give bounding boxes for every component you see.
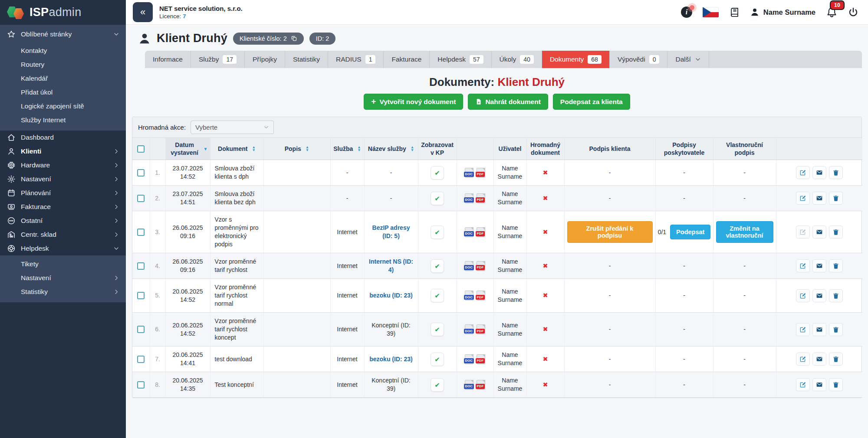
- sidebar-item-sluzby-internet[interactable]: Služby Internet: [0, 113, 126, 127]
- tab-fakturace[interactable]: Fakturace: [384, 51, 430, 68]
- pdf-file-icon[interactable]: PDF: [477, 380, 485, 390]
- pdf-file-icon[interactable]: PDF: [477, 193, 485, 203]
- doc-file-icon[interactable]: DOC: [465, 227, 473, 237]
- user-menu[interactable]: Name Surname: [750, 7, 815, 17]
- edit-document-button[interactable]: [796, 166, 810, 179]
- edit-document-button[interactable]: [796, 192, 810, 205]
- sidebar-item-hardware[interactable]: Hardware: [0, 158, 126, 172]
- sidebar-item-dashboard[interactable]: Dashboard: [0, 131, 126, 144]
- column-header-sluzba[interactable]: Služba▲▼: [330, 138, 364, 160]
- kp-check-button[interactable]: ✔: [431, 226, 444, 239]
- kp-check-button[interactable]: ✔: [431, 323, 444, 336]
- copy-icon[interactable]: [291, 35, 297, 42]
- delete-document-button[interactable]: [829, 353, 843, 366]
- sidebar-collapse-button[interactable]: «: [133, 2, 153, 22]
- sidebar-item-fakturace[interactable]: Fakturace: [0, 200, 126, 214]
- tab-sluzby[interactable]: Služby17: [191, 51, 245, 68]
- kp-check-button[interactable]: ✔: [431, 353, 444, 366]
- email-document-button[interactable]: [812, 323, 826, 336]
- sidebar-item-planovani[interactable]: Plánování: [0, 186, 126, 200]
- email-document-button[interactable]: [812, 192, 826, 205]
- select-all-checkbox[interactable]: [137, 145, 145, 153]
- column-header-nazev-sluzby[interactable]: Název služby▲▼: [364, 138, 418, 160]
- column-header-datum-vystaveni[interactable]: Datum vystavení▼: [165, 138, 210, 160]
- logout-power-icon[interactable]: [848, 7, 858, 17]
- email-document-button[interactable]: [812, 166, 826, 179]
- email-document-button[interactable]: [812, 378, 826, 391]
- row-checkbox[interactable]: [137, 229, 145, 236]
- sidebar-item-ostatni[interactable]: Ostatní: [0, 214, 126, 228]
- tab-statistiky[interactable]: Statistiky: [285, 51, 328, 68]
- email-document-button[interactable]: [812, 226, 826, 239]
- pdf-file-icon[interactable]: PDF: [477, 227, 485, 237]
- service-name-link[interactable]: bezoku (ID: 23): [369, 292, 413, 299]
- sidebar-item-kalendar[interactable]: Kalendář: [0, 72, 126, 85]
- edit-document-button[interactable]: [796, 259, 810, 272]
- tab-informace[interactable]: Informace: [145, 51, 191, 68]
- notifications-bell-icon[interactable]: 10: [826, 7, 838, 18]
- email-document-button[interactable]: [812, 259, 826, 272]
- delete-document-button[interactable]: [829, 166, 843, 179]
- doc-file-icon[interactable]: DOC: [465, 354, 473, 364]
- edit-document-button[interactable]: [796, 323, 810, 336]
- delete-document-button[interactable]: [829, 323, 843, 336]
- kp-check-button[interactable]: ✔: [431, 259, 444, 273]
- sidebar-section-favorites[interactable]: Oblíbené stránky: [0, 25, 126, 44]
- change-to-handwritten-button[interactable]: Změnit na vlastnoruční: [716, 221, 773, 243]
- sidebar-item-helpdesk[interactable]: Helpdesk: [0, 242, 126, 255]
- doc-file-icon[interactable]: DOC: [465, 380, 473, 390]
- podepsat-za-klienta-button[interactable]: Podepsat za klienta: [553, 94, 630, 110]
- sidebar-item-helpdesk-nastaveni[interactable]: Nastavení: [0, 271, 126, 285]
- email-document-button[interactable]: [812, 289, 826, 302]
- nahrat-dokument-button[interactable]: Nahrát dokument: [468, 94, 548, 110]
- cancel-signature-request-button[interactable]: Zrušit předání k podpisu: [567, 221, 653, 243]
- row-checkbox[interactable]: [137, 356, 145, 363]
- tab-dokumenty[interactable]: Dokumenty68: [542, 51, 610, 68]
- row-checkbox[interactable]: [137, 195, 145, 202]
- delete-document-button[interactable]: [829, 192, 843, 205]
- doc-file-icon[interactable]: DOC: [465, 261, 473, 271]
- tab-helpdesk[interactable]: Helpdesk57: [430, 51, 491, 68]
- pdf-file-icon[interactable]: PDF: [477, 168, 485, 178]
- sidebar-item-kontakty[interactable]: Kontakty: [0, 44, 126, 58]
- service-name-link[interactable]: BezIP adresy (ID: 5): [372, 224, 410, 239]
- tab-vypovedi[interactable]: Výpovědi0: [610, 51, 668, 68]
- pdf-file-icon[interactable]: PDF: [477, 324, 485, 334]
- doc-file-icon[interactable]: DOC: [465, 291, 473, 301]
- row-checkbox[interactable]: [137, 381, 145, 389]
- delete-document-button[interactable]: [829, 378, 843, 391]
- sidebar-item-klienti[interactable]: Klienti: [0, 144, 126, 158]
- kp-check-button[interactable]: ✔: [431, 289, 444, 302]
- sidebar-item-pridat-ukol[interactable]: Přidat úkol: [0, 85, 126, 99]
- email-document-button[interactable]: [812, 353, 826, 366]
- tab-ukoly[interactable]: Úkoly40: [492, 51, 542, 68]
- service-name-link[interactable]: Internet NS (ID: 4): [369, 258, 413, 273]
- sidebar-item-nastaveni[interactable]: Nastavení: [0, 172, 126, 186]
- czech-flag-icon[interactable]: [703, 7, 719, 17]
- column-header-dokument[interactable]: Dokument▲▼: [210, 138, 263, 160]
- bulk-action-select[interactable]: Vyberte: [191, 121, 274, 134]
- kp-check-button[interactable]: ✔: [431, 378, 444, 392]
- row-checkbox[interactable]: [137, 292, 145, 299]
- edit-document-button[interactable]: [796, 226, 810, 239]
- column-header-popis[interactable]: Popis▲▼: [263, 138, 330, 160]
- info-icon[interactable]: i: [681, 7, 692, 18]
- doc-file-icon[interactable]: DOC: [465, 168, 473, 178]
- row-checkbox[interactable]: [137, 326, 145, 333]
- row-checkbox[interactable]: [137, 169, 145, 177]
- doc-file-icon[interactable]: DOC: [465, 324, 473, 334]
- kp-check-button[interactable]: ✔: [431, 192, 444, 205]
- tab-pripojky[interactable]: Přípojky: [245, 51, 285, 68]
- licence-value-link[interactable]: 7: [183, 13, 186, 20]
- sidebar-item-routery[interactable]: Routery: [0, 58, 126, 72]
- service-name-link[interactable]: bezoku (ID: 23): [369, 356, 413, 363]
- row-checkbox[interactable]: [137, 262, 145, 270]
- edit-document-button[interactable]: [796, 378, 810, 391]
- tab-radius[interactable]: RADIUS1: [328, 51, 384, 68]
- pdf-file-icon[interactable]: PDF: [477, 354, 485, 364]
- delete-document-button[interactable]: [829, 259, 843, 272]
- sidebar-item-logicke-zapojeni-site[interactable]: Logické zapojení sítě: [0, 99, 126, 113]
- sign-button[interactable]: Podepsat: [670, 225, 710, 239]
- doc-file-icon[interactable]: DOC: [465, 193, 473, 203]
- edit-document-button[interactable]: [796, 289, 810, 302]
